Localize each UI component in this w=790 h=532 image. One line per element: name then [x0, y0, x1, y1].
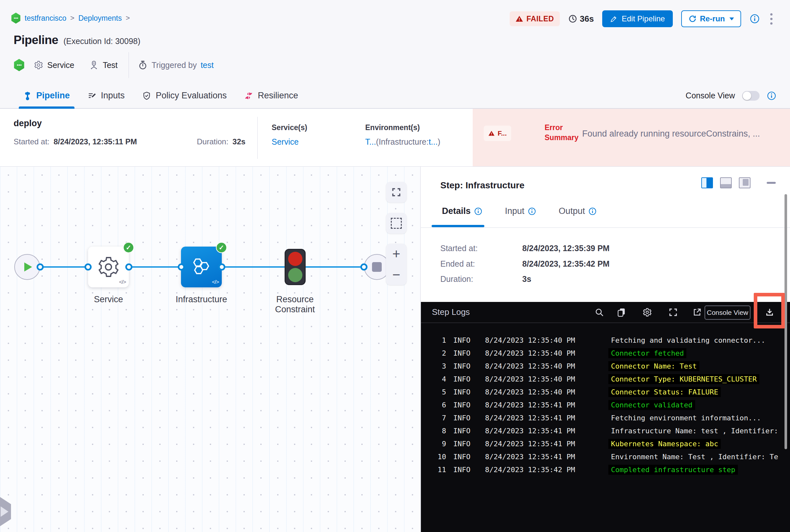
info-icon[interactable]	[767, 91, 776, 101]
step-logs-console: Step Logs Console View 1INFO8	[421, 302, 790, 532]
divider	[421, 323, 790, 323]
log-message: Kubernetes Namespace: abc	[608, 439, 721, 449]
service-link[interactable]: Service	[272, 137, 298, 146]
tab-details[interactable]: Details	[442, 206, 482, 216]
view-tabbar: Pipeline Inputs Policy Evaluations Resil…	[0, 83, 790, 109]
zoom-controls: + −	[386, 244, 407, 285]
log-level: INFO	[453, 336, 473, 344]
log-line-number: 6	[430, 401, 446, 409]
resource-constraint-node[interactable]	[284, 249, 306, 285]
tab-resilience[interactable]: Resilience	[244, 83, 298, 108]
info-icon[interactable]	[528, 207, 536, 215]
marquee-select-button[interactable]	[386, 213, 407, 234]
stopwatch-icon	[138, 60, 148, 70]
log-level: INFO	[453, 375, 473, 383]
pipeline-meta-row: Service Test Triggered by test	[14, 57, 214, 74]
log-settings-gear-icon[interactable]	[642, 307, 652, 317]
open-in-new-icon[interactable]	[692, 307, 702, 317]
log-line-number: 2	[430, 349, 446, 357]
log-line-number: 1	[430, 336, 446, 344]
triggered-by-label: Triggered by	[151, 60, 197, 70]
layout-bottom-split-button[interactable]	[720, 177, 732, 188]
zoom-in-button[interactable]: +	[386, 244, 407, 264]
chevron-down-icon	[730, 18, 734, 20]
log-lines: 1INFO8/24/2023 12:35:40 PMFetching and v…	[430, 334, 790, 532]
log-line: 3INFO8/24/2023 12:35:40 PMConnector Name…	[430, 360, 790, 373]
expand-icon	[391, 187, 402, 197]
status-badge: FAILED	[510, 11, 560, 26]
environment-meta[interactable]: Test	[89, 60, 117, 70]
console-view-button[interactable]: Console View	[704, 305, 751, 320]
download-logs-icon[interactable]	[765, 307, 774, 317]
header-actions: FAILED 36s Edit Pipeline Re-run	[510, 10, 774, 28]
error-summary-label: Error Summary	[545, 122, 584, 143]
info-icon[interactable]	[750, 14, 760, 24]
search-icon[interactable]	[594, 307, 604, 317]
fullscreen-icon[interactable]	[668, 307, 678, 317]
start-node[interactable]	[14, 254, 40, 280]
play-icon	[24, 263, 32, 271]
log-timestamp: 8/24/2023 12:35:41 PM	[485, 453, 582, 461]
log-timestamp: 8/24/2023 12:35:42 PM	[485, 466, 582, 474]
title-row: Pipeline (Execution Id: 30098)	[14, 33, 141, 47]
fit-to-screen-button[interactable]	[386, 182, 407, 203]
panel-scrollbar[interactable]	[785, 194, 787, 449]
tab-output[interactable]: Output	[559, 206, 597, 216]
infrastructure-link[interactable]: t...	[429, 137, 438, 146]
log-line: 4INFO8/24/2023 12:35:40 PMConnector Type…	[430, 373, 790, 385]
environment-link[interactable]: T...	[365, 137, 376, 146]
detail-row-ended: Ended at:8/24/2023, 12:35:42 PM	[440, 259, 475, 269]
environment-meta-label: Test	[103, 60, 117, 70]
console-view-toggle[interactable]	[742, 91, 759, 101]
breadcrumb-separator: >	[70, 14, 74, 22]
log-level: INFO	[453, 349, 473, 357]
log-level: INFO	[453, 453, 473, 461]
harness-logo-icon	[14, 59, 24, 71]
breadcrumb-separator: >	[126, 14, 130, 22]
breadcrumb-deployments-link[interactable]: Deployments	[78, 14, 122, 23]
service-meta[interactable]: Service	[34, 60, 74, 70]
log-timestamp: 8/24/2023 12:35:41 PM	[485, 427, 582, 435]
zoom-out-button[interactable]: −	[386, 264, 407, 285]
log-line: 2INFO8/24/2023 12:35:40 PMConnector fetc…	[430, 346, 790, 360]
edit-pipeline-label: Edit Pipeline	[622, 14, 665, 23]
infrastructure-step-node[interactable]: </>	[181, 247, 222, 287]
pipeline-graph-canvas[interactable]: </> ✓ </> ✓ Service Infrastructure Resou…	[0, 167, 421, 532]
environments-label: Environment(s)	[365, 123, 440, 132]
tab-input[interactable]: Input	[505, 206, 536, 216]
breadcrumb: testfrancisco > Deployments >	[11, 12, 130, 24]
expand-panel-handle[interactable]	[0, 497, 11, 527]
shield-check-icon	[142, 91, 151, 101]
harness-logo-icon	[11, 13, 21, 24]
service-meta-label: Service	[47, 60, 74, 70]
more-options-menu[interactable]	[768, 11, 774, 26]
gear-icon	[96, 255, 121, 279]
tab-policy-evaluations[interactable]: Policy Evaluations	[142, 83, 227, 108]
copy-icon[interactable]	[617, 307, 626, 317]
log-timestamp: 8/24/2023 12:35:41 PM	[485, 440, 582, 448]
layout-right-split-button[interactable]	[701, 177, 713, 188]
info-icon[interactable]	[588, 207, 597, 215]
node-label-service: Service	[94, 294, 123, 304]
triggered-by-user-link[interactable]: test	[201, 60, 214, 70]
layout-panel-button[interactable]	[739, 177, 751, 188]
breadcrumb-project-link[interactable]: testfrancisco	[24, 14, 67, 23]
tab-inputs[interactable]: Inputs	[87, 83, 125, 108]
rerun-button[interactable]: Re-run	[681, 11, 741, 27]
elapsed-time: 36s	[568, 14, 594, 24]
log-level: INFO	[453, 466, 473, 474]
stop-icon	[372, 262, 382, 272]
services-column: Service(s) Service	[272, 123, 307, 147]
log-line-number: 10	[430, 453, 446, 461]
tab-pipeline[interactable]: Pipeline	[23, 83, 70, 108]
stage-started-at: Started at: 8/24/2023, 12:35:11 PM	[14, 137, 137, 146]
step-panel-title: Step: Infrastructure	[440, 180, 525, 191]
service-step-node[interactable]: </>	[88, 247, 129, 287]
stage-duration: Duration: 32s	[197, 137, 245, 146]
edge-connector	[37, 263, 44, 270]
info-icon[interactable]	[474, 207, 482, 215]
graph-edge	[39, 266, 89, 268]
rerun-label: Re-run	[700, 14, 725, 23]
minimize-panel-button[interactable]	[767, 182, 776, 184]
edit-pipeline-button[interactable]: Edit Pipeline	[602, 11, 673, 27]
